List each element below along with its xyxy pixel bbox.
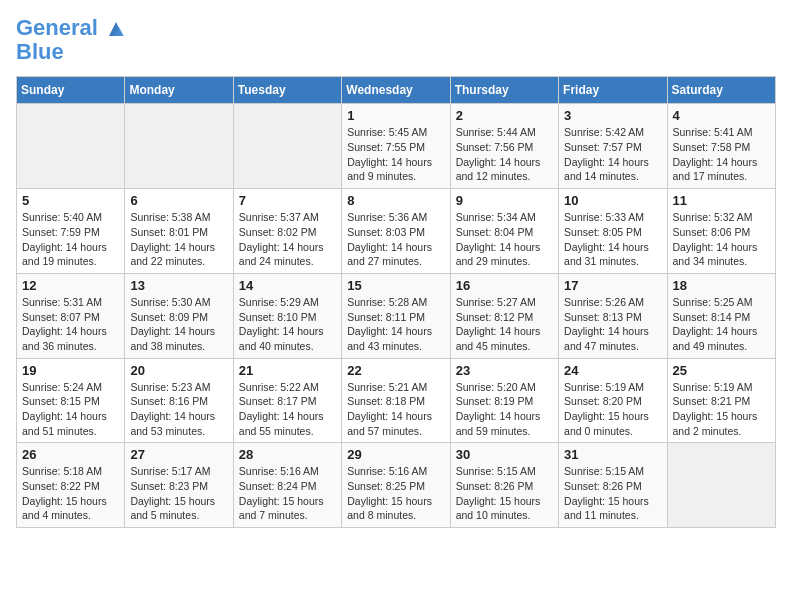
day-info: Sunrise: 5:44 AMSunset: 7:56 PMDaylight:… xyxy=(456,125,553,184)
calendar-cell: 30Sunrise: 5:15 AMSunset: 8:26 PMDayligh… xyxy=(450,443,558,528)
day-number: 25 xyxy=(673,363,770,378)
calendar-cell: 2Sunrise: 5:44 AMSunset: 7:56 PMDaylight… xyxy=(450,104,558,189)
day-number: 31 xyxy=(564,447,661,462)
calendar-cell: 28Sunrise: 5:16 AMSunset: 8:24 PMDayligh… xyxy=(233,443,341,528)
calendar-cell: 29Sunrise: 5:16 AMSunset: 8:25 PMDayligh… xyxy=(342,443,450,528)
calendar-cell: 19Sunrise: 5:24 AMSunset: 8:15 PMDayligh… xyxy=(17,358,125,443)
calendar-cell: 31Sunrise: 5:15 AMSunset: 8:26 PMDayligh… xyxy=(559,443,667,528)
day-info: Sunrise: 5:38 AMSunset: 8:01 PMDaylight:… xyxy=(130,210,227,269)
day-number: 28 xyxy=(239,447,336,462)
calendar-cell: 10Sunrise: 5:33 AMSunset: 8:05 PMDayligh… xyxy=(559,189,667,274)
day-info: Sunrise: 5:28 AMSunset: 8:11 PMDaylight:… xyxy=(347,295,444,354)
day-number: 8 xyxy=(347,193,444,208)
day-info: Sunrise: 5:30 AMSunset: 8:09 PMDaylight:… xyxy=(130,295,227,354)
day-info: Sunrise: 5:36 AMSunset: 8:03 PMDaylight:… xyxy=(347,210,444,269)
day-info: Sunrise: 5:16 AMSunset: 8:25 PMDaylight:… xyxy=(347,464,444,523)
day-number: 10 xyxy=(564,193,661,208)
calendar-week-row: 12Sunrise: 5:31 AMSunset: 8:07 PMDayligh… xyxy=(17,273,776,358)
day-info: Sunrise: 5:26 AMSunset: 8:13 PMDaylight:… xyxy=(564,295,661,354)
calendar-cell: 4Sunrise: 5:41 AMSunset: 7:58 PMDaylight… xyxy=(667,104,775,189)
day-info: Sunrise: 5:18 AMSunset: 8:22 PMDaylight:… xyxy=(22,464,119,523)
calendar-cell: 20Sunrise: 5:23 AMSunset: 8:16 PMDayligh… xyxy=(125,358,233,443)
page-header: General Blue xyxy=(16,16,776,64)
day-info: Sunrise: 5:17 AMSunset: 8:23 PMDaylight:… xyxy=(130,464,227,523)
day-info: Sunrise: 5:20 AMSunset: 8:19 PMDaylight:… xyxy=(456,380,553,439)
day-info: Sunrise: 5:34 AMSunset: 8:04 PMDaylight:… xyxy=(456,210,553,269)
day-info: Sunrise: 5:37 AMSunset: 8:02 PMDaylight:… xyxy=(239,210,336,269)
day-info: Sunrise: 5:22 AMSunset: 8:17 PMDaylight:… xyxy=(239,380,336,439)
day-number: 13 xyxy=(130,278,227,293)
day-number: 30 xyxy=(456,447,553,462)
weekday-header-row: SundayMondayTuesdayWednesdayThursdayFrid… xyxy=(17,77,776,104)
calendar-cell: 26Sunrise: 5:18 AMSunset: 8:22 PMDayligh… xyxy=(17,443,125,528)
weekday-header-saturday: Saturday xyxy=(667,77,775,104)
day-number: 23 xyxy=(456,363,553,378)
day-info: Sunrise: 5:45 AMSunset: 7:55 PMDaylight:… xyxy=(347,125,444,184)
calendar-cell xyxy=(667,443,775,528)
calendar-cell: 8Sunrise: 5:36 AMSunset: 8:03 PMDaylight… xyxy=(342,189,450,274)
day-number: 5 xyxy=(22,193,119,208)
calendar-cell xyxy=(233,104,341,189)
day-number: 17 xyxy=(564,278,661,293)
day-info: Sunrise: 5:19 AMSunset: 8:20 PMDaylight:… xyxy=(564,380,661,439)
day-info: Sunrise: 5:16 AMSunset: 8:24 PMDaylight:… xyxy=(239,464,336,523)
day-number: 29 xyxy=(347,447,444,462)
day-info: Sunrise: 5:24 AMSunset: 8:15 PMDaylight:… xyxy=(22,380,119,439)
logo-text: General xyxy=(16,16,128,40)
calendar-cell: 6Sunrise: 5:38 AMSunset: 8:01 PMDaylight… xyxy=(125,189,233,274)
day-info: Sunrise: 5:23 AMSunset: 8:16 PMDaylight:… xyxy=(130,380,227,439)
weekday-header-thursday: Thursday xyxy=(450,77,558,104)
calendar-table: SundayMondayTuesdayWednesdayThursdayFrid… xyxy=(16,76,776,528)
day-info: Sunrise: 5:15 AMSunset: 8:26 PMDaylight:… xyxy=(564,464,661,523)
weekday-header-wednesday: Wednesday xyxy=(342,77,450,104)
logo-line2: Blue xyxy=(16,40,128,64)
calendar-cell xyxy=(125,104,233,189)
day-number: 9 xyxy=(456,193,553,208)
day-number: 18 xyxy=(673,278,770,293)
calendar-cell: 7Sunrise: 5:37 AMSunset: 8:02 PMDaylight… xyxy=(233,189,341,274)
day-number: 3 xyxy=(564,108,661,123)
day-number: 6 xyxy=(130,193,227,208)
day-info: Sunrise: 5:33 AMSunset: 8:05 PMDaylight:… xyxy=(564,210,661,269)
day-info: Sunrise: 5:29 AMSunset: 8:10 PMDaylight:… xyxy=(239,295,336,354)
day-info: Sunrise: 5:21 AMSunset: 8:18 PMDaylight:… xyxy=(347,380,444,439)
day-number: 21 xyxy=(239,363,336,378)
calendar-cell xyxy=(17,104,125,189)
calendar-week-row: 5Sunrise: 5:40 AMSunset: 7:59 PMDaylight… xyxy=(17,189,776,274)
calendar-cell: 16Sunrise: 5:27 AMSunset: 8:12 PMDayligh… xyxy=(450,273,558,358)
day-number: 26 xyxy=(22,447,119,462)
day-info: Sunrise: 5:15 AMSunset: 8:26 PMDaylight:… xyxy=(456,464,553,523)
day-info: Sunrise: 5:32 AMSunset: 8:06 PMDaylight:… xyxy=(673,210,770,269)
logo: General Blue xyxy=(16,16,128,64)
logo-icon xyxy=(105,18,127,40)
calendar-cell: 23Sunrise: 5:20 AMSunset: 8:19 PMDayligh… xyxy=(450,358,558,443)
day-info: Sunrise: 5:41 AMSunset: 7:58 PMDaylight:… xyxy=(673,125,770,184)
weekday-header-friday: Friday xyxy=(559,77,667,104)
day-number: 20 xyxy=(130,363,227,378)
calendar-cell: 9Sunrise: 5:34 AMSunset: 8:04 PMDaylight… xyxy=(450,189,558,274)
day-info: Sunrise: 5:25 AMSunset: 8:14 PMDaylight:… xyxy=(673,295,770,354)
calendar-cell: 13Sunrise: 5:30 AMSunset: 8:09 PMDayligh… xyxy=(125,273,233,358)
day-info: Sunrise: 5:42 AMSunset: 7:57 PMDaylight:… xyxy=(564,125,661,184)
day-info: Sunrise: 5:27 AMSunset: 8:12 PMDaylight:… xyxy=(456,295,553,354)
day-number: 16 xyxy=(456,278,553,293)
day-number: 15 xyxy=(347,278,444,293)
weekday-header-tuesday: Tuesday xyxy=(233,77,341,104)
day-number: 4 xyxy=(673,108,770,123)
day-number: 22 xyxy=(347,363,444,378)
weekday-header-sunday: Sunday xyxy=(17,77,125,104)
calendar-cell: 18Sunrise: 5:25 AMSunset: 8:14 PMDayligh… xyxy=(667,273,775,358)
calendar-cell: 25Sunrise: 5:19 AMSunset: 8:21 PMDayligh… xyxy=(667,358,775,443)
calendar-week-row: 1Sunrise: 5:45 AMSunset: 7:55 PMDaylight… xyxy=(17,104,776,189)
weekday-header-monday: Monday xyxy=(125,77,233,104)
calendar-cell: 14Sunrise: 5:29 AMSunset: 8:10 PMDayligh… xyxy=(233,273,341,358)
day-number: 2 xyxy=(456,108,553,123)
calendar-cell: 1Sunrise: 5:45 AMSunset: 7:55 PMDaylight… xyxy=(342,104,450,189)
calendar-cell: 11Sunrise: 5:32 AMSunset: 8:06 PMDayligh… xyxy=(667,189,775,274)
day-number: 1 xyxy=(347,108,444,123)
day-info: Sunrise: 5:40 AMSunset: 7:59 PMDaylight:… xyxy=(22,210,119,269)
calendar-cell: 5Sunrise: 5:40 AMSunset: 7:59 PMDaylight… xyxy=(17,189,125,274)
calendar-cell: 24Sunrise: 5:19 AMSunset: 8:20 PMDayligh… xyxy=(559,358,667,443)
day-number: 7 xyxy=(239,193,336,208)
day-info: Sunrise: 5:19 AMSunset: 8:21 PMDaylight:… xyxy=(673,380,770,439)
